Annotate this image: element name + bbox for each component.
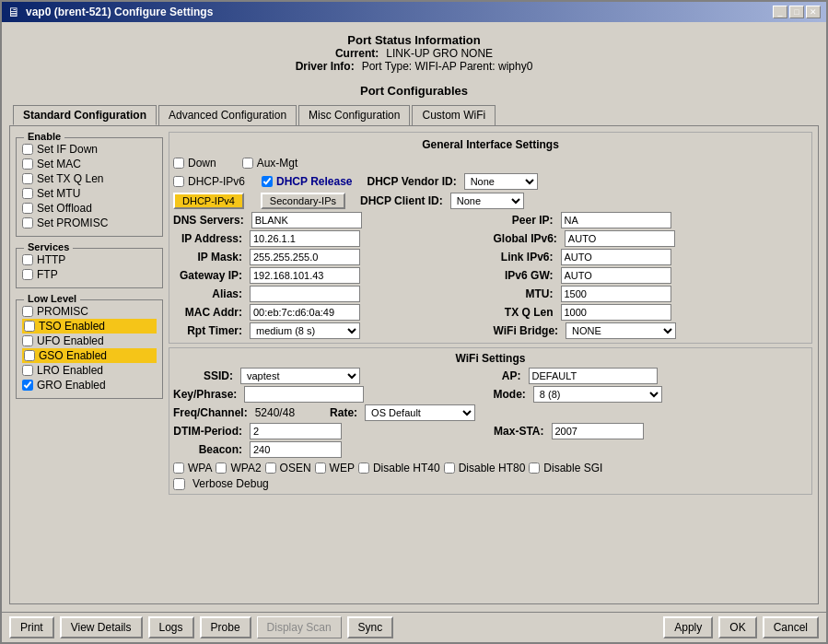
wep-checkbox[interactable] xyxy=(315,463,326,474)
gateway-ip-label: Gateway IP: xyxy=(173,269,242,282)
verbose-debug-checkbox[interactable] xyxy=(173,478,185,490)
set-if-down-checkbox[interactable] xyxy=(22,144,33,155)
display-scan-button[interactable]: Display Scan xyxy=(257,616,342,638)
dns-servers-input[interactable] xyxy=(251,212,362,228)
ip-mask-input[interactable] xyxy=(250,249,360,265)
dhcp-client-id-label: DHCP Client ID: xyxy=(360,194,443,207)
enable-set-offload: Set Offload xyxy=(22,201,157,216)
ap-row: AP: xyxy=(494,368,809,384)
minimize-button[interactable]: _ xyxy=(773,6,787,18)
osen-checkbox[interactable] xyxy=(265,463,276,474)
link-ipv6-input[interactable] xyxy=(561,249,671,265)
beacon-row: Beacon: xyxy=(173,441,488,458)
dhcp-client-id-select[interactable]: None xyxy=(450,193,524,209)
peer-ip-input[interactable] xyxy=(561,212,671,228)
tab-standard[interactable]: Standard Configuration xyxy=(13,105,157,125)
content-area: Port Status Information Current: LINK-UP… xyxy=(2,22,826,612)
disable-sgi-checkbox[interactable] xyxy=(529,463,540,474)
tab-advanced[interactable]: Advanced Configuration xyxy=(158,105,297,125)
tab-misc[interactable]: Misc Configuration xyxy=(298,105,410,125)
wpa-row: WPA xyxy=(173,461,212,475)
rpt-timer-row: Rpt Timer: medium (8 s) xyxy=(173,322,488,339)
secondary-ips-button[interactable]: Secondary-IPs xyxy=(261,193,345,209)
alias-input[interactable] xyxy=(250,286,360,302)
dns-servers-label: DNS Servers: xyxy=(173,214,244,227)
ll-lro-enabled: LRO Enabled xyxy=(22,363,157,378)
rpt-timer-select[interactable]: medium (8 s) xyxy=(250,322,360,339)
ufo-enabled-checkbox[interactable] xyxy=(22,335,33,346)
apply-button[interactable]: Apply xyxy=(663,616,713,638)
http-checkbox[interactable] xyxy=(22,254,33,265)
dhcp-vendor-id-select[interactable]: None xyxy=(464,173,538,190)
ap-input[interactable] xyxy=(529,368,658,384)
dns-servers-row: DNS Servers: xyxy=(173,212,488,228)
set-mac-checkbox[interactable] xyxy=(22,158,33,170)
promisc-checkbox[interactable] xyxy=(22,306,33,317)
set-offload-checkbox[interactable] xyxy=(22,203,33,214)
gso-enabled-label: GSO Enabled xyxy=(39,349,107,362)
disable-ht40-checkbox[interactable] xyxy=(358,463,369,474)
beacon-input[interactable] xyxy=(250,441,342,458)
tabs-area: Standard Configuration Advanced Configur… xyxy=(9,105,819,604)
dtim-period-input[interactable] xyxy=(250,423,342,439)
tab-custom-wifi[interactable]: Custom WiFi xyxy=(412,105,496,125)
view-details-button[interactable]: View Details xyxy=(60,616,143,638)
ipv6-gw-row: IPv6 GW: xyxy=(494,267,809,284)
key-phrase-input[interactable] xyxy=(244,386,364,403)
logs-button[interactable]: Logs xyxy=(148,616,194,638)
set-mtu-checkbox[interactable] xyxy=(22,188,33,199)
maximize-button[interactable]: □ xyxy=(789,6,804,18)
dhcp-ipv6-label: DHCP-IPv6 xyxy=(188,175,245,188)
alias-label: Alias: xyxy=(173,287,242,300)
ssid-select[interactable]: vaptest xyxy=(240,368,360,384)
down-checkbox[interactable] xyxy=(173,158,184,169)
enable-group-title: Enable xyxy=(24,131,64,142)
ftp-checkbox[interactable] xyxy=(22,269,33,280)
set-promisc-checkbox[interactable] xyxy=(22,217,33,228)
driver-value: Port Type: WIFI-AP Parent: wiphy0 xyxy=(362,60,533,73)
gro-enabled-checkbox[interactable] xyxy=(22,380,33,391)
services-ftp: FTP xyxy=(22,267,157,282)
mtu-input[interactable] xyxy=(561,286,671,302)
dhcp-ipv6-checkbox[interactable] xyxy=(173,176,184,187)
print-button[interactable]: Print xyxy=(9,616,54,638)
cancel-button[interactable]: Cancel xyxy=(763,616,819,638)
aux-mgt-checkbox[interactable] xyxy=(242,158,253,169)
lro-enabled-checkbox[interactable] xyxy=(22,365,33,376)
peer-ip-row: Peer IP: xyxy=(494,212,809,228)
tso-enabled-checkbox[interactable] xyxy=(24,321,35,332)
max-sta-row: Max-STA: xyxy=(494,423,809,439)
wifi-fields-grid: SSID: vaptest AP: K xyxy=(173,368,808,403)
wifi-settings: WiFi Settings SSID: vaptest AP: xyxy=(169,347,812,495)
set-tx-q-len-checkbox[interactable] xyxy=(22,173,33,184)
http-label: HTTP xyxy=(37,253,65,266)
row-dhcp-ipv6: DHCP-IPv6 DHCP Release DHCP Vendor ID: xyxy=(173,173,808,190)
dtim-period-row: DTIM-Period: xyxy=(173,423,488,439)
disable-ht80-checkbox[interactable] xyxy=(444,463,455,474)
mac-addr-label: MAC Addr: xyxy=(173,306,242,319)
probe-button[interactable]: Probe xyxy=(200,616,251,638)
max-sta-input[interactable] xyxy=(552,423,644,439)
gso-enabled-checkbox[interactable] xyxy=(24,350,35,361)
sync-button[interactable]: Sync xyxy=(347,616,394,638)
gateway-ip-input[interactable] xyxy=(250,267,360,284)
set-offload-label: Set Offload xyxy=(37,202,92,215)
ll-ufo-enabled: UFO Enabled xyxy=(22,334,157,348)
rate-select[interactable]: OS Default xyxy=(365,404,475,421)
mode-select[interactable]: 8 (8) xyxy=(533,386,662,403)
current-value: LINK-UP GRO NONE xyxy=(386,47,493,60)
ipv6-gw-input[interactable] xyxy=(561,267,671,284)
tx-q-len-input[interactable] xyxy=(561,304,671,321)
global-ipv6-input[interactable] xyxy=(565,230,675,247)
wifi-bridge-select[interactable]: NONE xyxy=(566,322,676,339)
wpa-checkbox[interactable] xyxy=(173,463,184,474)
dhcp-release-checkbox[interactable] xyxy=(262,176,273,187)
wpa2-checkbox[interactable] xyxy=(216,463,227,474)
ok-button[interactable]: OK xyxy=(718,616,756,638)
freq-channel-label: Freq/Channel: xyxy=(173,406,248,419)
ip-address-input[interactable] xyxy=(250,230,360,247)
titlebar: 🖥 vap0 (brent-521) Configure Settings _ … xyxy=(2,2,826,22)
close-button[interactable]: ✕ xyxy=(806,6,821,18)
dhcp-ipv4-button[interactable]: DHCP-IPv4 xyxy=(173,193,244,209)
mac-addr-input[interactable] xyxy=(250,304,360,321)
